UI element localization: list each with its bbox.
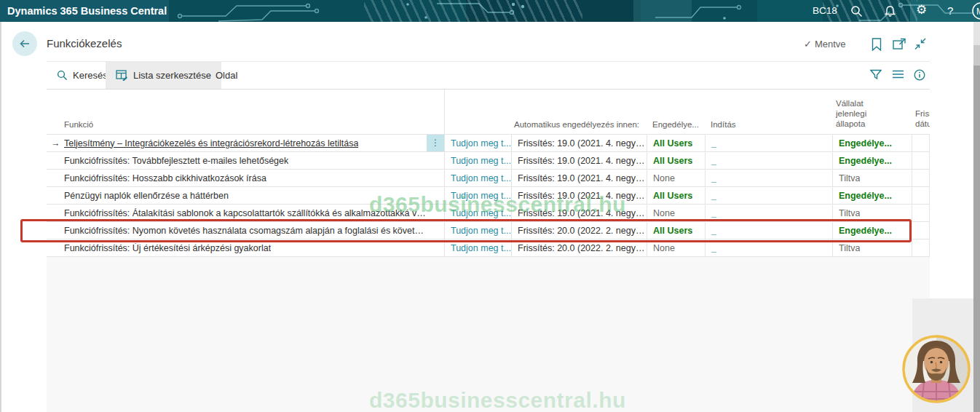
scrollbar-track[interactable] — [973, 22, 980, 412]
launch-link[interactable]: _ — [711, 226, 716, 236]
info-icon[interactable] — [914, 69, 926, 82]
column-header-update-date[interactable]: Friss dátu — [912, 90, 930, 134]
back-button[interactable] — [12, 31, 37, 56]
table-row[interactable]: →Pénzügyi naplók ellenőrzése a háttérben… — [47, 187, 930, 205]
table-row[interactable]: →Teljesítmény – Integrációkezelés és int… — [47, 135, 930, 152]
table-row[interactable]: →Funkciófrissítés: Átalakítási sablonok … — [47, 205, 930, 222]
enabled-for-value[interactable]: All Users — [653, 226, 692, 236]
learn-more-link[interactable]: Tudjon meg t... — [451, 156, 511, 166]
auto-enable-value: Frissítés: 20.0 (2022. 2. negyed... — [518, 243, 647, 253]
toolbar-edit-list-button[interactable]: Lista szerkesztése — [106, 62, 221, 89]
company-state-value: Engedélye... — [839, 191, 892, 201]
auto-enable-value: Frissítés: 19.0 (2021. 4. negyed... — [518, 191, 647, 201]
check-icon: ✓ — [804, 39, 812, 49]
feature-name[interactable]: Funkciófrissítés: Továbbfejlesztett e-ma… — [64, 156, 288, 166]
presenter-avatar — [902, 335, 971, 403]
help-icon[interactable]: ? — [947, 4, 960, 16]
auto-enable-value: Frissítés: 19.0 (2021. 4. negyed... — [518, 156, 647, 166]
column-header-enabled-for[interactable]: Engedélye... — [647, 90, 705, 134]
learn-more-link[interactable]: Tudjon meg t... — [451, 191, 511, 201]
filter-icon[interactable] — [870, 69, 882, 82]
back-arrow-icon — [18, 38, 31, 49]
app-title[interactable]: Dynamics 365 Business Central — [0, 0, 169, 22]
toolbar-page-button[interactable]: Oldal — [205, 62, 248, 89]
feature-name[interactable]: Funkciófrissítés: Átalakítási sablonok a… — [64, 208, 427, 218]
toolbar-search-label: Keresés — [73, 70, 108, 81]
update-date-value — [912, 152, 930, 169]
profile-initial: M — [976, 7, 980, 17]
auto-enable-value: Frissítés: 20.0 (2022. 2. negyed... — [518, 226, 647, 236]
feature-name[interactable]: Funkciófrissítés: Új értékesítési árképz… — [64, 243, 271, 253]
table-row[interactable]: →Funkciófrissítés: Új értékesítési árkép… — [47, 239, 930, 257]
toolbar-edit-list-label: Lista szerkesztése — [133, 70, 211, 81]
scrollbar-thumb[interactable] — [973, 45, 980, 66]
launch-link[interactable]: _ — [711, 156, 716, 166]
search-icon[interactable] — [850, 5, 863, 17]
app-top-bar: M Dynamics 365 Business Central BC18 ⚙ ? — [0, 0, 980, 22]
launch-link[interactable]: _ — [711, 243, 716, 253]
save-status: ✓ Mentve — [804, 39, 846, 49]
feature-name[interactable]: Funkciófrissítés: Hosszabb cikkhivatkozá… — [64, 173, 266, 183]
toolbar-page-label: Oldal — [216, 70, 237, 81]
company-state-value: Engedélye... — [839, 226, 892, 236]
column-header-learn-more — [444, 90, 511, 134]
view-options-icon[interactable] — [892, 69, 904, 82]
notifications-bell-icon[interactable] — [884, 5, 896, 17]
enabled-for-value[interactable]: None — [653, 208, 675, 218]
column-header-auto-enable[interactable]: Automatikus engedélyezés innen: — [511, 90, 647, 134]
learn-more-link[interactable]: Tudjon meg t... — [451, 243, 511, 253]
column-header-launch[interactable]: Indítás — [705, 90, 832, 134]
feature-name[interactable]: Pénzügyi naplók ellenőrzése a háttérben — [64, 191, 229, 201]
enabled-for-value[interactable]: None — [653, 173, 675, 183]
enabled-for-value[interactable]: All Users — [653, 156, 692, 166]
company-state-value: Tiltva — [839, 173, 860, 183]
settings-gear-icon[interactable]: ⚙ — [916, 4, 928, 16]
column-header-company-state[interactable]: Vállalat jelenlegi állapota — [832, 90, 912, 134]
scrollbar-top-button[interactable] — [973, 22, 980, 45]
bookmark-icon[interactable] — [872, 38, 885, 51]
row-actions-button[interactable]: ⋮ — [427, 135, 444, 151]
company-state-value: Engedélye... — [839, 138, 892, 148]
enabled-for-value[interactable]: None — [653, 243, 675, 253]
learn-more-link[interactable]: Tudjon meg t... — [451, 173, 511, 183]
enabled-for-value[interactable]: All Users — [653, 191, 692, 201]
left-page-edge — [0, 22, 1, 412]
auto-enable-value: Frissítés: 19.0 (2021. 4. negyed... — [518, 173, 647, 183]
company-state-value: Tiltva — [839, 243, 860, 253]
launch-link[interactable]: _ — [711, 138, 716, 148]
update-date-value — [912, 170, 930, 186]
table-row-highlighted[interactable]: →Funkciófrissítés: Nyomon követés haszná… — [47, 222, 930, 239]
feature-management-table: Funkció Automatikus engedélyezés innen: … — [47, 90, 930, 257]
empty-list-area — [47, 257, 930, 412]
enabled-for-value[interactable]: All Users — [653, 138, 692, 148]
edit-list-icon — [116, 70, 128, 81]
page-title: Funkciókezelés — [47, 37, 122, 49]
search-icon — [57, 70, 68, 81]
company-state-value: Engedélye... — [839, 156, 892, 166]
update-date-value — [912, 187, 930, 204]
update-date-value — [912, 205, 930, 221]
environment-badge[interactable]: BC18 — [813, 0, 837, 22]
diagonal-stripes-decor — [364, 0, 582, 22]
table-row[interactable]: →Funkciófrissítés: Továbbfejlesztett e-m… — [47, 152, 930, 170]
update-date-value — [912, 135, 930, 151]
open-in-new-window-icon[interactable] — [893, 38, 906, 51]
collapse-icon[interactable] — [914, 38, 927, 51]
learn-more-link[interactable]: Tudjon meg t... — [451, 138, 511, 148]
action-toolbar: Keresés Lista szerkesztése Oldal — [47, 62, 930, 90]
update-date-value — [912, 222, 930, 239]
column-header-funkcio[interactable]: Funkció — [47, 90, 427, 134]
launch-link[interactable]: _ — [711, 191, 716, 201]
table-row[interactable]: →Funkciófrissítés: Hosszabb cikkhivatkoz… — [47, 170, 930, 187]
table-header-row: Funkció Automatikus engedélyezés innen: … — [47, 90, 930, 135]
feature-name[interactable]: Teljesítmény – Integrációkezelés és inte… — [64, 138, 358, 148]
column-header-actions — [427, 90, 444, 134]
auto-enable-value: Frissítés: 19.0 (2021. 4. negyed... — [518, 208, 647, 218]
feature-name[interactable]: Funkciófrissítés: Nyomon követés használ… — [64, 226, 427, 236]
business-central-window: M Dynamics 365 Business Central BC18 ⚙ ?… — [0, 0, 980, 412]
learn-more-link[interactable]: Tudjon meg t... — [451, 226, 511, 236]
launch-link[interactable]: _ — [711, 208, 716, 218]
learn-more-link[interactable]: Tudjon meg t... — [451, 208, 511, 218]
auto-enable-value: Frissítés: 19.0 (2021. 4. negyed... — [518, 138, 647, 148]
launch-link[interactable]: _ — [711, 173, 716, 183]
